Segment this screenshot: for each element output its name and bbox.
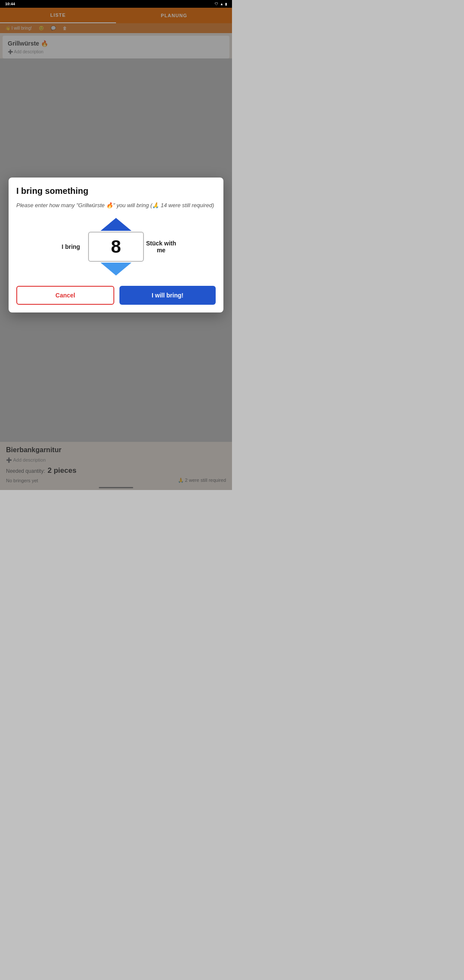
stepper-down-arrow[interactable] xyxy=(101,263,131,276)
modal-description: Please enter how many "Grillwürste 🔥" yo… xyxy=(16,201,216,210)
signal-icon: ▲ xyxy=(220,2,223,6)
status-bar: 10:44 🛡 ▲ ▮ xyxy=(0,0,232,8)
status-time: 10:44 xyxy=(5,2,15,6)
shield-icon: 🛡 xyxy=(215,2,218,6)
confirm-bring-button[interactable]: I will bring! xyxy=(119,286,216,305)
stepper-right-label: Stück with me xyxy=(144,240,178,254)
status-icons: 🛡 ▲ ▮ xyxy=(215,2,227,6)
modal-buttons: Cancel I will bring! xyxy=(16,286,216,305)
battery-icon: ▮ xyxy=(225,2,227,6)
bring-something-modal: I bring something Please enter how many … xyxy=(9,178,223,313)
quantity-stepper-row: I bring 8 Stück with me xyxy=(16,218,216,276)
modal-title: I bring something xyxy=(16,186,216,196)
stepper-left-label: I bring xyxy=(54,243,88,250)
cancel-button[interactable]: Cancel xyxy=(16,286,114,305)
stepper-center: 8 xyxy=(88,218,144,276)
modal-overlay: I bring something Please enter how many … xyxy=(0,0,232,490)
stepper-up-arrow[interactable] xyxy=(101,218,131,231)
stepper-value[interactable]: 8 xyxy=(88,232,144,262)
